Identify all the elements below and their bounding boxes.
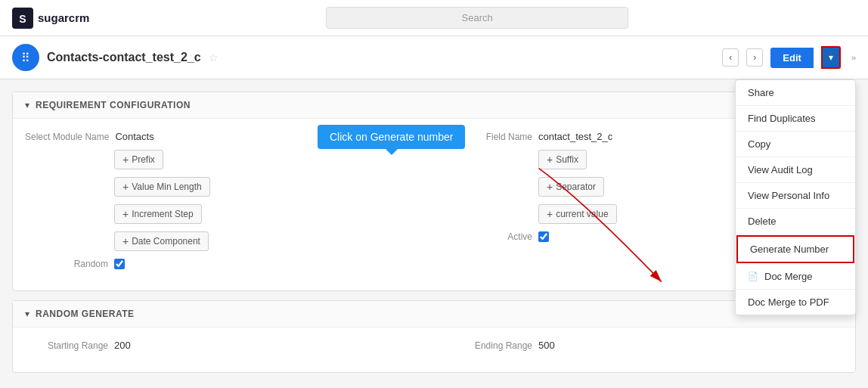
random-generate-body: Starting Range 200 Ending Range 500 (13, 327, 855, 372)
date-component-button[interactable]: + Date Component (114, 231, 209, 251)
module-name-label: Select Module Name (25, 132, 109, 142)
random-label: Random (25, 259, 108, 269)
config-left-col: Select Module Name Contacts + Prefix + V… (25, 131, 419, 269)
copy-label: Copy (748, 138, 770, 150)
ending-range-value: 500 (538, 340, 555, 351)
plus-icon: + (547, 208, 553, 220)
increment-step-button[interactable]: + Increment Step (114, 204, 202, 224)
plus-icon: + (122, 154, 129, 166)
menu-item-copy[interactable]: Copy (736, 132, 855, 157)
view-personal-info-label: View Personal Info (748, 190, 829, 201)
plus-icon: + (547, 181, 553, 193)
app-name: sugarcrm (38, 11, 89, 24)
menu-item-view-audit-log[interactable]: View Audit Log (736, 157, 855, 183)
random-generate-title: RANDOM GENERATE (36, 309, 135, 319)
plus-icon: + (122, 208, 129, 220)
section-toggle-icon[interactable]: ▾ (25, 100, 29, 110)
generate-number-label: Generate Number (750, 244, 829, 255)
requirement-config-header: ▾ REQUIREMENT CONFIGURATION (13, 92, 855, 119)
random-right-col: Ending Range 500 (449, 340, 843, 351)
main-content: Click on Generate number ▾ REQUIREMENT C… (0, 79, 868, 388)
svg-text:S: S (19, 13, 26, 25)
starting-range-field: Starting Range 200 (25, 340, 419, 351)
search-bar[interactable]: Search (326, 7, 628, 29)
menu-item-find-duplicates[interactable]: Find Duplicates (736, 106, 855, 132)
field-name-value: contact_test_2_c (538, 131, 612, 142)
doc-merge-icon: 📄 (748, 272, 758, 281)
doc-merge-label: Doc Merge (764, 271, 813, 282)
random-left-col: Starting Range 200 (25, 340, 419, 351)
requirement-config-title: REQUIREMENT CONFIGURATION (36, 100, 191, 110)
edit-dropdown-button[interactable]: ▾ (821, 46, 841, 69)
current-value-button[interactable]: + current value (538, 204, 617, 224)
menu-item-view-personal-info[interactable]: View Personal Info (736, 183, 855, 209)
callout-tooltip: Click on Generate number (318, 125, 465, 149)
breadcrumb-row: ⠿ Contacts-contact_test_2_c ☆ ‹ › Edit ▾… (0, 36, 868, 79)
random-form-row: Starting Range 200 Ending Range 500 (25, 340, 843, 351)
starting-range-value: 200 (114, 340, 131, 351)
random-field: Random (25, 259, 419, 269)
config-form-row: Select Module Name Contacts + Prefix + V… (25, 131, 843, 269)
share-label: Share (748, 87, 774, 98)
date-component-field: + Date Component (25, 231, 419, 251)
menu-item-generate-number[interactable]: Generate Number (736, 235, 854, 263)
nav-next-button[interactable]: › (746, 48, 763, 67)
chevron-down-icon: ▾ (829, 52, 833, 63)
favorite-icon[interactable]: ☆ (209, 51, 219, 64)
callout-text: Click on Generate number (330, 131, 453, 143)
sugarcrm-logo-icon: S (12, 8, 33, 29)
random-checkbox[interactable] (114, 259, 125, 269)
value-min-length-button[interactable]: + Value Min Length (114, 177, 210, 197)
view-audit-log-label: View Audit Log (748, 164, 813, 175)
starting-range-label: Starting Range (25, 340, 108, 351)
separator-button[interactable]: + Separator (538, 177, 604, 197)
module-name-value: Contacts (115, 131, 153, 142)
plus-icon: + (122, 181, 129, 193)
value-min-length-field: + Value Min Length (25, 177, 419, 197)
random-generate-section: ▾ RANDOM GENERATE Starting Range 200 End… (12, 300, 856, 373)
menu-item-share[interactable]: Share (736, 80, 855, 106)
ending-range-label: Ending Range (449, 340, 532, 351)
suffix-button[interactable]: + Suffix (538, 150, 587, 169)
action-dropdown-menu: Share Find Duplicates Copy View Audit Lo… (735, 79, 856, 315)
delete-label: Delete (748, 216, 777, 227)
increment-step-field: + Increment Step (25, 204, 419, 224)
search-placeholder: Search (462, 12, 493, 23)
doc-merge-pdf-label: Doc Merge to PDF (748, 296, 829, 308)
active-label: Active (449, 231, 532, 242)
menu-item-delete[interactable]: Delete (736, 209, 855, 234)
plus-icon: + (122, 235, 129, 247)
prefix-button[interactable]: + Prefix (114, 150, 163, 169)
ending-range-field: Ending Range 500 (449, 340, 843, 351)
active-checkbox[interactable] (538, 231, 549, 242)
find-duplicates-label: Find Duplicates (748, 113, 816, 124)
edit-button[interactable]: Edit (770, 48, 814, 68)
record-icon: ⠿ (12, 44, 39, 71)
top-navigation: S sugarcrm Search (0, 0, 868, 36)
app-logo: S sugarcrm (12, 8, 89, 29)
page-title: Contacts-contact_test_2_c (47, 51, 201, 64)
prefix-field: + Prefix (25, 150, 419, 169)
plus-icon: + (547, 154, 553, 166)
requirement-config-section: ▾ REQUIREMENT CONFIGURATION Select Modul… (12, 92, 856, 291)
random-generate-header: ▾ RANDOM GENERATE (13, 301, 855, 327)
grid-icon: ⠿ (21, 51, 30, 65)
random-section-toggle[interactable]: ▾ (25, 309, 29, 319)
more-actions-icon[interactable]: » (851, 53, 856, 62)
menu-item-doc-merge[interactable]: 📄 Doc Merge (736, 264, 855, 290)
nav-prev-button[interactable]: ‹ (722, 48, 739, 67)
menu-item-doc-merge-pdf[interactable]: Doc Merge to PDF (736, 290, 855, 315)
